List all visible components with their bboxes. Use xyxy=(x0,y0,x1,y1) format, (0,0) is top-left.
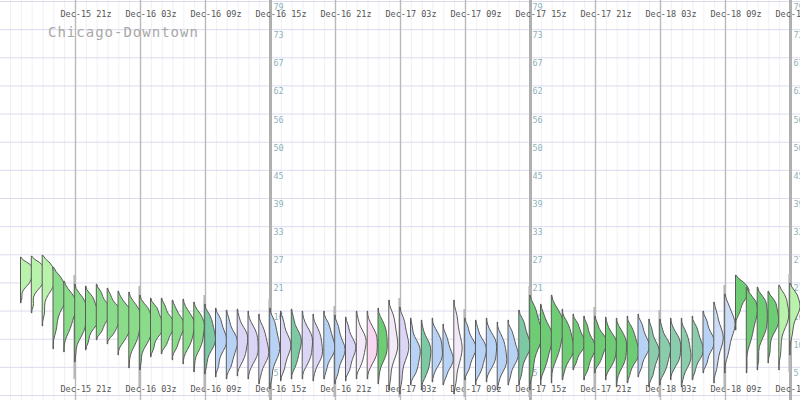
violin xyxy=(486,318,496,382)
violin xyxy=(356,311,366,379)
violin xyxy=(183,299,195,364)
violin xyxy=(421,320,431,390)
violin xyxy=(205,304,216,374)
violin xyxy=(649,319,659,387)
violin xyxy=(671,318,681,380)
violin xyxy=(476,320,487,385)
bottom-time-label: Dec-17 09z xyxy=(450,384,501,394)
top-time-label: Dec-16 09z xyxy=(190,9,241,19)
violin xyxy=(259,314,269,384)
violin xyxy=(432,318,442,382)
y-axis-tick-label: 45 xyxy=(274,171,284,181)
top-time-label: Dec-16 15z xyxy=(255,9,306,19)
y-axis-tick-label: 39 xyxy=(533,199,543,209)
violin xyxy=(324,311,335,379)
violin xyxy=(335,315,345,384)
y-axis-tick-label: 67 xyxy=(274,58,284,68)
meteogram-panel: 7973676256504539332721161057973676256504… xyxy=(0,0,800,400)
violin xyxy=(606,317,617,380)
y-axis-tick-label: 45 xyxy=(794,171,800,181)
violin xyxy=(443,324,453,385)
top-time-label: Dec-18 09z xyxy=(710,9,761,19)
y-axis-tick-label: 27 xyxy=(533,255,543,265)
y-axis-tick-label: 39 xyxy=(794,199,800,209)
violin xyxy=(725,294,735,373)
violin xyxy=(616,318,626,387)
y-axis-tick-label: 21 xyxy=(533,283,543,293)
meteogram-canvas: 7973676256504539332721161057973676256504… xyxy=(0,0,800,400)
y-axis-tick-label: 33 xyxy=(533,227,543,237)
violin xyxy=(497,322,507,390)
violin xyxy=(519,310,530,385)
violin xyxy=(681,318,691,387)
bottom-time-label: Dec-18 15z xyxy=(775,384,800,394)
violin xyxy=(226,310,237,379)
violin xyxy=(281,311,291,381)
y-axis-tick-label: 10 xyxy=(794,340,800,350)
violin xyxy=(508,320,518,385)
y-axis-tick-label: 27 xyxy=(794,255,800,265)
bottom-time-label: Dec-17 21z xyxy=(580,384,631,394)
y-axis-tick-label: 45 xyxy=(533,171,543,181)
violin xyxy=(768,291,779,363)
violin xyxy=(367,311,377,379)
y-axis-tick-label: 21 xyxy=(274,283,284,293)
bottom-time-label: Dec-16 03z xyxy=(125,384,176,394)
y-axis-tick-label: 56 xyxy=(794,115,800,125)
bottom-time-label: Dec-16 15z xyxy=(255,384,306,394)
violin xyxy=(313,314,323,381)
violin xyxy=(400,307,409,394)
bottom-time-label: Dec-18 09z xyxy=(710,384,761,394)
violin xyxy=(411,318,421,385)
violin xyxy=(746,287,757,373)
top-time-label: Dec-15 21z xyxy=(60,9,111,19)
top-time-label: Dec-18 15z xyxy=(775,9,800,19)
y-axis-tick-label: 67 xyxy=(533,58,543,68)
violin xyxy=(541,304,553,385)
top-time-label: Dec-17 09z xyxy=(450,9,501,19)
bottom-time-label: Dec-17 03z xyxy=(385,384,436,394)
bottom-time-label: Dec-17 15z xyxy=(515,384,566,394)
bottom-time-label: Dec-15 21z xyxy=(60,384,111,394)
y-axis-tick-label: 73 xyxy=(533,30,543,40)
violin xyxy=(75,284,87,362)
station-title: Chicago-Downtown xyxy=(48,24,199,40)
top-time-label: Dec-17 21z xyxy=(580,9,631,19)
y-axis-tick-label: 50 xyxy=(274,143,284,153)
top-time-label: Dec-16 21z xyxy=(320,9,371,19)
y-axis-tick-label: 5 xyxy=(274,368,279,378)
y-axis-tick-label: 39 xyxy=(274,199,284,209)
y-axis-tick-label: 62 xyxy=(533,86,543,96)
violin xyxy=(237,309,248,376)
violin xyxy=(692,316,703,380)
bottom-time-axis-labels: Dec-15 21zDec-16 03zDec-16 09zDec-16 15z… xyxy=(60,384,800,394)
violin xyxy=(291,309,301,379)
top-time-label: Dec-18 03z xyxy=(645,9,696,19)
violin xyxy=(194,302,205,372)
violin xyxy=(562,309,574,380)
violin xyxy=(627,316,639,383)
top-time-label: Dec-17 15z xyxy=(515,9,566,19)
y-axis-tick-label: 56 xyxy=(533,115,543,125)
violin xyxy=(595,316,607,373)
y-axis-tick-label: 27 xyxy=(274,255,284,265)
y-axis-tick-label: 33 xyxy=(274,227,284,237)
violin xyxy=(465,318,476,380)
y-axis-tick-label: 33 xyxy=(794,227,800,237)
violin xyxy=(140,295,152,370)
violin xyxy=(757,287,767,370)
y-axis-tick-label: 62 xyxy=(794,86,800,96)
violin xyxy=(779,285,789,370)
bottom-time-label: Dec-16 21z xyxy=(320,384,371,394)
violin xyxy=(703,311,715,373)
bottom-time-label: Dec-18 03z xyxy=(645,384,696,394)
violin xyxy=(216,308,227,377)
violin xyxy=(660,319,671,385)
violin xyxy=(346,317,356,381)
violin-distributions xyxy=(21,255,800,394)
violin xyxy=(248,311,258,379)
y-axis-tick-label: 73 xyxy=(274,30,284,40)
violin xyxy=(454,300,462,394)
y-axis-tick-label: 62 xyxy=(274,86,284,96)
top-time-label: Dec-16 03z xyxy=(125,9,176,19)
